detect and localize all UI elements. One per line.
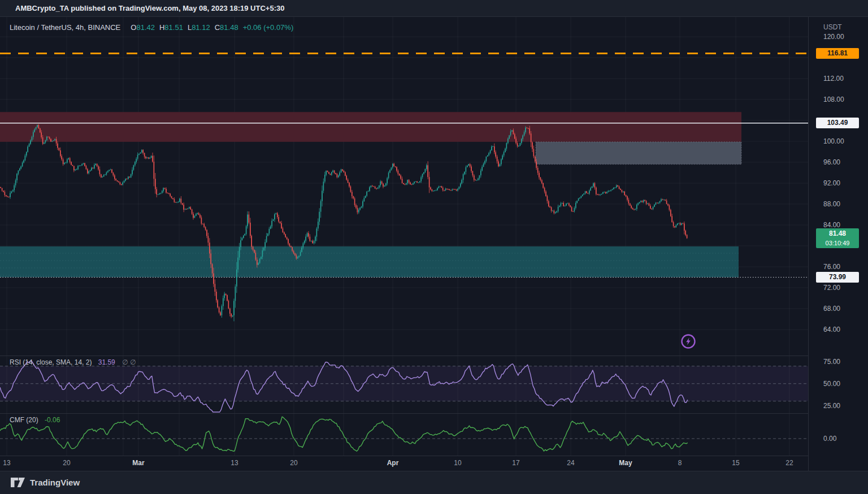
currency-label: USDT — [823, 23, 842, 31]
rsi-extra-values: ∅ ∅ — [122, 358, 136, 366]
boost-lightning-button[interactable] — [680, 333, 696, 349]
tradingview-logo-icon — [10, 477, 25, 488]
lightning-icon — [680, 333, 696, 349]
cmf-title: CMF (20) — [10, 416, 38, 424]
ohlc-value: 81.48 — [220, 23, 238, 32]
time-tick-day: 24 — [559, 459, 582, 467]
time-tick-day: 17 — [505, 459, 527, 467]
footer-bar: TradingView — [0, 471, 868, 494]
time-tick-month: Apr — [381, 459, 404, 467]
price-tick-label: 92.00 — [823, 179, 840, 188]
publish-header-bar: AMBCrypto_TA published on TradingView.co… — [0, 0, 868, 17]
time-tick-day: 10 — [446, 459, 469, 467]
price-tick-label: 120.00 — [823, 32, 844, 41]
time-tick-day: 22 — [778, 459, 801, 467]
price-pane[interactable] — [0, 17, 808, 356]
candlestick-chart[interactable] — [0, 17, 808, 356]
ohlc-value: 81.51 — [164, 23, 183, 32]
cmf-tick-label: 0.00 — [823, 434, 836, 443]
change-value: +0.06 (+0.07%) — [243, 23, 294, 32]
time-tick-day: 20 — [283, 459, 305, 467]
time-tick-day: 13 — [223, 459, 246, 467]
rsi-value: 31.59 — [98, 358, 115, 366]
cmf-chart[interactable] — [0, 414, 808, 456]
cmf-value: -0.06 — [45, 416, 60, 424]
resistance-price-badge: 116.81 — [816, 48, 859, 59]
publish-title: AMBCrypto_TA published on TradingView.co… — [15, 4, 284, 12]
time-tick-month: Mar — [127, 459, 150, 467]
ohlc-key: C — [215, 23, 220, 32]
rsi-title: RSI (14, close, SMA, 14, 2) — [10, 358, 92, 366]
time-axis[interactable]: 1320Mar1320Apr101724May81522 — [0, 456, 808, 471]
ohlc-key: O — [131, 23, 136, 32]
ohlc-value: 81.42 — [136, 23, 155, 32]
price-tick-label: 64.00 — [823, 325, 840, 334]
price-tick-label: 72.00 — [823, 283, 840, 292]
time-tick-day: 15 — [724, 459, 747, 467]
cmf-pane[interactable] — [0, 414, 808, 456]
support-price-badge: 73.99 — [816, 272, 859, 283]
price-tick-label: 76.00 — [823, 262, 840, 271]
rsi-legend: RSI (14, close, SMA, 14, 2) 31.59 ∅ ∅ — [10, 358, 136, 366]
rsi-tick-label: 75.00 — [823, 357, 840, 366]
tradingview-brand-text: TradingView — [30, 478, 80, 487]
tradingview-brand[interactable]: TradingView — [10, 477, 80, 488]
price-tick-label: 100.00 — [823, 137, 844, 146]
time-tick-month: May — [614, 459, 637, 467]
time-tick-day: 8 — [669, 459, 691, 467]
ohlc-values: O81.42H81.51L81.12C81.48 — [126, 23, 238, 32]
symbol-legend: Litecoin / TetherUS, 4h, BINANCEO81.42H8… — [10, 23, 293, 32]
price-axis[interactable]: USDT 120.00112.00108.00100.0096.0092.008… — [808, 17, 868, 471]
price-tick-label: 112.00 — [823, 74, 844, 83]
symbol-name: Litecoin / TetherUS, 4h, BINANCE — [10, 23, 120, 32]
ohlc-value: 81.12 — [192, 23, 210, 32]
price-tick-label: 96.00 — [823, 158, 840, 167]
ohlc-key: H — [159, 23, 164, 32]
price-tick-label: 88.00 — [823, 200, 840, 209]
tradingview-published-chart: { "header": { "title": "AMBCrypto_TA pub… — [0, 0, 868, 494]
time-tick-day: 13 — [0, 459, 18, 467]
price-tick-label: 108.00 — [823, 95, 844, 104]
last-price-badge: 81.4803:10:49 — [816, 228, 859, 248]
bar-countdown: 03:10:49 — [816, 239, 859, 248]
rsi-tick-label: 25.00 — [823, 401, 840, 410]
price-tick-label: 68.00 — [823, 304, 840, 313]
rsi-tick-label: 50.00 — [823, 379, 840, 388]
cmf-legend: CMF (20) -0.06 — [10, 416, 60, 424]
time-tick-day: 20 — [55, 459, 78, 467]
line-price-badge: 103.49 — [816, 118, 859, 128]
